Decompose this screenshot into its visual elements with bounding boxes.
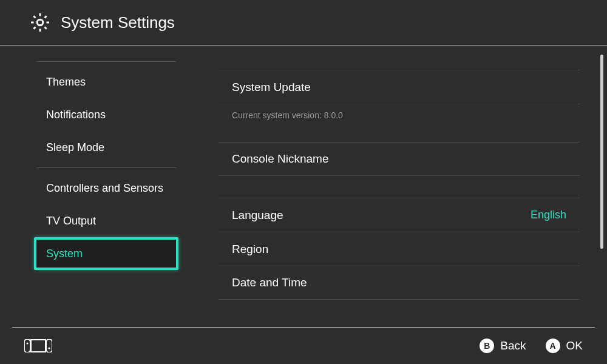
svg-line-7	[33, 27, 35, 29]
row-label: Language	[232, 209, 283, 222]
hint-back[interactable]: B Back	[480, 339, 526, 353]
svg-point-13	[48, 347, 50, 349]
sidebar-item-sleep-mode[interactable]: Sleep Mode	[36, 131, 188, 164]
sidebar-item-controllers-and-sensors[interactable]: Controllers and Sensors	[36, 172, 188, 204]
hint-label: Back	[500, 339, 526, 352]
content-spacer	[219, 176, 580, 198]
button-hints: B Back A OK	[480, 339, 583, 353]
svg-line-8	[45, 16, 47, 18]
controller-icon	[24, 339, 52, 352]
row-system-update[interactable]: System Update	[219, 70, 580, 104]
svg-line-5	[33, 16, 35, 18]
sidebar-separator	[36, 167, 176, 168]
sidebar-item-amiibo[interactable]: amiibo	[36, 46, 188, 58]
row-label: Date and Time	[232, 276, 307, 289]
a-button-icon: A	[546, 339, 560, 353]
content-pane: System Update Current system version: 8.…	[219, 46, 580, 328]
row-region[interactable]: Region	[219, 232, 580, 266]
sidebar-item-label: amiibo	[46, 46, 78, 47]
row-value: English	[531, 209, 566, 221]
sidebar-item-label: Themes	[46, 76, 86, 89]
scrollbar[interactable]	[600, 55, 603, 249]
row-language[interactable]: Language English	[219, 198, 580, 232]
sidebar-item-label: System	[46, 248, 83, 260]
page-title: System Settings	[61, 13, 175, 32]
row-date-and-time[interactable]: Date and Time	[219, 266, 580, 300]
bottom-bar: B Back A OK	[0, 328, 607, 364]
svg-point-12	[26, 342, 28, 344]
row-label: Console Nickname	[232, 152, 328, 166]
sidebar-item-label: TV Output	[46, 215, 96, 228]
sidebar-item-label: Notifications	[46, 109, 106, 121]
svg-rect-10	[31, 340, 46, 352]
row-system-version: Current system version: 8.0.0	[219, 104, 580, 142]
row-label: Region	[232, 243, 268, 256]
sidebar-separator	[36, 61, 176, 62]
hint-label: OK	[566, 339, 583, 352]
sidebar-item-label: Sleep Mode	[46, 141, 104, 154]
svg-line-6	[45, 27, 47, 29]
sidebar-item-themes[interactable]: Themes	[36, 66, 188, 98]
row-console-nickname[interactable]: Console Nickname	[219, 142, 580, 176]
row-label: System Update	[232, 81, 311, 94]
sidebar: amiibo Themes Notifications Sleep Mode C…	[0, 46, 194, 328]
sidebar-item-tv-output[interactable]: TV Output	[36, 204, 188, 237]
svg-rect-9	[24, 339, 30, 352]
svg-point-0	[37, 19, 43, 25]
sidebar-item-label: Controllers and Sensors	[46, 182, 163, 195]
version-text: Current system version: 8.0.0	[232, 110, 343, 120]
sidebar-item-notifications[interactable]: Notifications	[36, 98, 188, 131]
b-button-icon: B	[480, 339, 494, 353]
gear-icon	[29, 12, 51, 33]
sidebar-item-system[interactable]: System	[34, 237, 178, 270]
svg-rect-11	[46, 339, 52, 352]
hint-ok[interactable]: A OK	[546, 339, 583, 353]
header: System Settings	[0, 0, 607, 46]
